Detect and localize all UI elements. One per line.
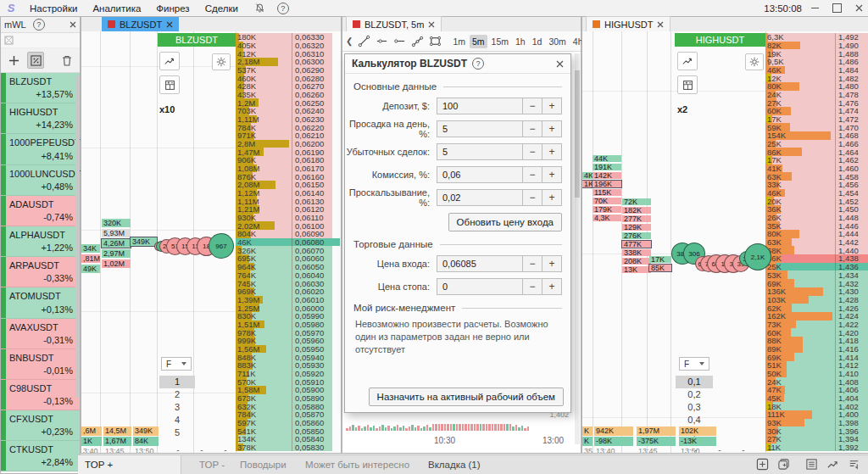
watchlist-item-arpausdt[interactable]: ARPAUSDT-0,33% <box>1 257 80 287</box>
filter-option[interactable]: 0,3 <box>676 401 713 414</box>
main-input[interactable]: 100−+ <box>437 98 562 114</box>
trade-input[interactable]: 0,06085−+ <box>437 255 562 272</box>
filter-option[interactable]: 0,2 <box>676 388 713 401</box>
main-input[interactable]: 0,02−+ <box>437 189 562 206</box>
watchlist-item-alphausdt[interactable]: ALPHAUSDT+1,22% <box>1 226 80 257</box>
timeframe-30m[interactable]: 30m <box>546 35 568 48</box>
trade-input[interactable]: 0−+ <box>437 278 562 295</box>
increment-button[interactable]: + <box>542 121 561 137</box>
gear-icon[interactable] <box>745 53 764 70</box>
watchlist-item-atomusdt[interactable]: ATOMUSDT+0,13% <box>1 287 80 318</box>
tab-blzusdt-5m[interactable]: BLZUSDT, 5m <box>346 16 442 31</box>
watchlist-item-highusdt[interactable]: HIGHUSDT+14,23% <box>1 103 80 134</box>
decrement-button[interactable]: − <box>522 167 542 182</box>
menu-item-аналитика[interactable]: Аналитика <box>85 3 148 14</box>
tab-close-icon[interactable] <box>166 21 173 28</box>
watchlist-item-cfxusdt[interactable]: CFXUSDT+0,23% <box>1 410 80 441</box>
duplicate-window-icon[interactable] <box>776 457 791 471</box>
filter-option[interactable]: 1 <box>159 376 195 388</box>
horizontal-ray-tool-icon[interactable] <box>376 34 388 49</box>
watchlist-item-blzusdt[interactable]: BLZUSDT+13,57% <box>1 73 80 103</box>
timeframe-5m[interactable]: 5m <box>470 35 487 48</box>
ladder-row[interactable]: 11K1,392 <box>765 443 868 452</box>
watchlist-item-c98usdt[interactable]: C98USDT-0,13% <box>1 380 80 410</box>
rectangle-tool-icon[interactable] <box>429 34 442 49</box>
increment-button[interactable]: + <box>542 256 561 271</box>
watchlist-item-bnbusdt[interactable]: BNBUSDT-0,01% <box>1 349 80 380</box>
timeframe-15m[interactable]: 15m <box>489 35 511 48</box>
add-symbol-button[interactable] <box>5 52 22 69</box>
taskbar-item-2[interactable]: ТОР - <box>199 455 225 474</box>
close-app-button[interactable] <box>849 2 868 15</box>
main-input[interactable]: 0,06−+ <box>437 166 562 183</box>
filter-dropdown[interactable]: F <box>679 357 709 371</box>
decrement-button[interactable]: − <box>522 190 542 205</box>
list-view-icon[interactable] <box>804 457 819 471</box>
tab-blzusdt[interactable]: BLZUSDT <box>102 17 179 31</box>
ladder-row[interactable]: 378K0,05830 <box>236 443 332 452</box>
increment-button[interactable]: + <box>542 144 561 159</box>
notifications-muted-icon[interactable] <box>254 3 265 14</box>
filter-option[interactable]: 5 <box>159 427 195 439</box>
tab-highusdt[interactable]: HIGHUSDT <box>586 16 670 31</box>
taskbar-item-5[interactable]: Вкладка (1) <box>428 455 481 474</box>
decrement-button[interactable]: − <box>522 256 542 271</box>
tab-close-icon[interactable] <box>657 21 664 28</box>
menu-item-настройки[interactable]: Настройки <box>22 3 85 14</box>
watchlist-item-adausdt[interactable]: ADAUSDT-0,74% <box>1 196 80 226</box>
timeframe-1h[interactable]: 1h <box>513 35 528 48</box>
calculator-help-icon[interactable]: ? <box>472 58 484 70</box>
watchlist-item-ctkusdt[interactable]: CTKUSDT+2,84% <box>1 441 80 471</box>
timeframe-1m[interactable]: 1m <box>450 35 468 48</box>
minimize-button[interactable] <box>805 2 824 15</box>
trash-icon[interactable] <box>58 52 75 69</box>
chart-add-icon[interactable] <box>826 457 840 471</box>
chart-expand-button[interactable] <box>677 52 698 70</box>
taskbar-item-4[interactable]: Может быть интересно <box>305 455 409 474</box>
maximize-button[interactable] <box>827 2 846 15</box>
calculator-close-icon[interactable] <box>556 60 564 68</box>
filter-option[interactable]: 0,1 <box>676 376 713 388</box>
menu-item-финрез[interactable]: Финрез <box>148 3 197 14</box>
decrement-button[interactable]: − <box>522 144 542 159</box>
help-icon[interactable]: ? <box>277 3 289 14</box>
assign-working-volume-button[interactable]: Назначить на активный рабочий объем <box>369 388 564 406</box>
increment-button[interactable]: + <box>542 98 561 114</box>
gear-icon[interactable] <box>212 53 231 70</box>
watchlist-help-icon[interactable]: ? <box>33 19 45 31</box>
calculator-button[interactable] <box>677 75 698 94</box>
filter-option[interactable]: 2 <box>159 388 195 401</box>
decrement-button[interactable]: − <box>522 98 542 114</box>
angle-line-tool-icon[interactable] <box>411 34 424 49</box>
decrement-button[interactable]: − <box>522 121 542 137</box>
list-sort-icon[interactable] <box>847 457 861 471</box>
update-entry-price-button[interactable]: Обновить цену входа <box>448 213 562 231</box>
toolbar-prev-icon[interactable]: ❮ <box>346 36 353 46</box>
add-window-icon[interactable] <box>755 457 770 471</box>
menu-item-сделки[interactable]: Сделки <box>198 3 246 14</box>
timeframe-1d[interactable]: 1d <box>530 35 545 48</box>
filter-option[interactable]: 3 <box>159 401 195 414</box>
decrement-button[interactable]: − <box>522 279 542 294</box>
main-input[interactable]: 5−+ <box>437 143 562 160</box>
taskbar-tab-top-plus[interactable]: TOP + <box>78 455 181 474</box>
increment-button[interactable]: + <box>542 279 561 294</box>
main-input[interactable]: 5−+ <box>437 120 562 137</box>
increment-button[interactable]: + <box>542 167 561 182</box>
watchlist-item-1000luncusdt[interactable]: 1000LUNCUSDT+0,48% <box>1 165 80 196</box>
calculator-button[interactable] <box>159 75 180 94</box>
chart-expand-button[interactable] <box>159 52 180 70</box>
watchlist-close-icon[interactable] <box>70 21 76 28</box>
filter-dropdown[interactable]: F <box>161 357 192 371</box>
horizontal-line-tool-icon[interactable] <box>393 34 406 49</box>
increment-button[interactable]: + <box>542 190 561 205</box>
taskbar-item-3[interactable]: Поводыри <box>240 455 287 474</box>
tab-close-icon[interactable] <box>428 21 435 28</box>
filter-option[interactable]: 0,4 <box>676 414 713 427</box>
filter-option[interactable]: 4 <box>159 414 195 427</box>
watchlist-item-1000pepeusdt[interactable]: 1000PEPEUSDT+8,41% <box>1 134 80 165</box>
watchlist-item-avaxusdt[interactable]: AVAXUSDT-0,31% <box>1 319 80 349</box>
percent-mode-button[interactable] <box>27 52 44 69</box>
chart-scrollbar[interactable] <box>575 53 580 444</box>
watchlist-scrollbar[interactable] <box>75 75 80 398</box>
